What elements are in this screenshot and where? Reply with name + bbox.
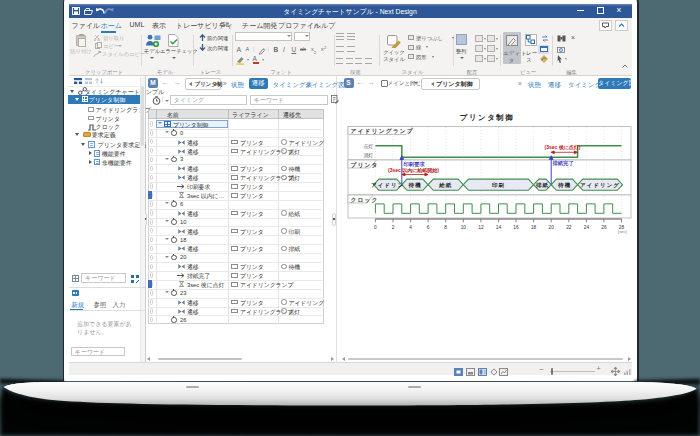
svg-text:6: 6 [427, 225, 430, 230]
svg-text:プリンタ: プリンタ [351, 161, 379, 169]
svg-text:12: 12 [478, 225, 484, 230]
svg-text:10: 10 [461, 225, 467, 230]
svg-text:2: 2 [392, 225, 395, 230]
svg-text:消灯: 消灯 [363, 153, 373, 158]
svg-text:18: 18 [531, 225, 537, 230]
svg-text:プリンタ制御: プリンタ制御 [460, 113, 515, 122]
svg-text:アイドリング: アイドリング [580, 182, 620, 189]
svg-text:アイドリン: アイドリン [371, 182, 404, 189]
svg-text:20: 20 [549, 225, 555, 230]
svg-text:クロック: クロック [351, 197, 379, 203]
svg-text:16: 16 [513, 225, 519, 230]
svg-text:給紙: 給紙 [438, 182, 452, 189]
svg-text:0: 0 [374, 225, 377, 230]
svg-text:4: 4 [409, 225, 412, 230]
svg-text:14: 14 [496, 225, 502, 230]
svg-text:排紙完了: 排紙完了 [552, 160, 574, 167]
svg-text:排紙: 排紙 [535, 182, 549, 188]
svg-text:(3sec 後に点灯): (3sec 後に点灯) [545, 144, 581, 151]
svg-text:点灯: 点灯 [363, 144, 373, 149]
svg-text:26: 26 [601, 225, 607, 230]
svg-text:22: 22 [566, 225, 572, 230]
svg-text:[sec]: [sec] [618, 229, 626, 234]
svg-text:24: 24 [584, 225, 590, 230]
svg-text:印刷: 印刷 [492, 182, 505, 188]
svg-text:アイドリングランプ: アイドリングランプ [351, 127, 414, 135]
svg-text:(3sec 以内に給紙開始): (3sec 以内に給紙開始) [388, 167, 439, 174]
svg-text:待機: 待機 [408, 182, 422, 189]
svg-text:8: 8 [444, 225, 447, 230]
svg-text:待機: 待機 [557, 182, 571, 189]
